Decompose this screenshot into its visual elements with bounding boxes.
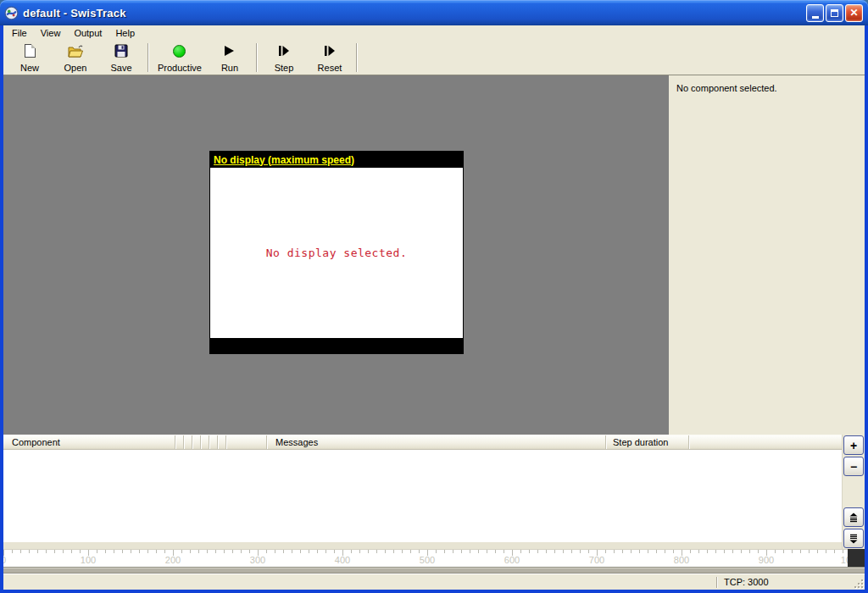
component-list-hscroll[interactable]	[3, 542, 842, 549]
column-header-blank	[218, 435, 226, 449]
column-header-blank	[209, 435, 218, 449]
productive-button-label: Productive	[158, 63, 202, 73]
ruler-label: 1000	[841, 555, 848, 565]
ruler-label: 200	[165, 555, 181, 565]
component-list-header: Component Messages Step duration	[3, 435, 842, 450]
close-button[interactable]: ✕	[845, 4, 863, 22]
display-message: No display selected.	[266, 247, 408, 259]
productive-button[interactable]: Productive	[153, 41, 207, 75]
display-header: No display (maximum speed)	[210, 152, 463, 168]
app-icon	[4, 6, 19, 20]
step-button-label: Step	[275, 63, 294, 73]
reset-button[interactable]: Reset	[307, 41, 353, 75]
open-button[interactable]: Open	[53, 41, 98, 75]
move-up-icon	[849, 513, 859, 523]
column-header-filler	[689, 435, 842, 449]
menu-file[interactable]: File	[5, 27, 34, 39]
column-header-blank	[184, 435, 192, 449]
save-button-label: Save	[110, 63, 131, 73]
menubar: File View Output Help	[3, 25, 865, 41]
open-button-label: Open	[64, 63, 87, 73]
display-canvas: No display (maximum speed) No display se…	[3, 75, 669, 435]
horizontal-scrollbar[interactable]	[3, 567, 865, 574]
column-header-messages[interactable]: Messages	[267, 435, 606, 449]
green-circle-icon	[173, 45, 186, 58]
ruler-label: 800	[674, 555, 689, 565]
display-mode-link[interactable]: No display (maximum speed)	[214, 154, 354, 166]
new-document-icon	[25, 44, 36, 58]
ruler-row: 0 100 200 300 400 500 600 700 800 900 10…	[3, 549, 865, 567]
maximize-icon	[831, 9, 838, 17]
open-folder-icon	[68, 43, 84, 58]
ruler-label: 600	[504, 555, 520, 565]
column-header-blank	[175, 435, 184, 449]
save-button[interactable]: Save	[98, 41, 144, 75]
column-header-component[interactable]: Component	[3, 435, 175, 449]
ruler-label: 500	[420, 555, 435, 565]
component-list[interactable]	[3, 450, 842, 542]
display-body: No display selected.	[210, 168, 463, 338]
move-up-button[interactable]	[843, 507, 864, 527]
column-header-component-label: Component	[3, 437, 60, 447]
toolbar-separator	[147, 43, 149, 72]
ruler-label: 700	[589, 555, 604, 565]
ruler-corner	[848, 549, 865, 567]
move-down-button[interactable]	[843, 529, 864, 548]
column-header-blank	[226, 435, 267, 449]
column-header-messages-label: Messages	[267, 437, 318, 447]
minimize-icon	[812, 16, 819, 19]
remove-component-button[interactable]: −	[843, 457, 864, 476]
component-list-panel: Component Messages Step duration	[3, 435, 865, 549]
ruler-label: 400	[335, 555, 350, 565]
new-button[interactable]: New	[7, 41, 53, 75]
save-floppy-icon	[114, 43, 128, 58]
column-header-step-duration[interactable]: Step duration	[606, 435, 689, 449]
step-forward-icon	[277, 43, 290, 58]
list-controls: + −	[842, 435, 865, 549]
close-icon: ✕	[849, 8, 858, 18]
step-forward-icon	[323, 43, 336, 58]
menu-help[interactable]: Help	[108, 27, 142, 39]
titlebar[interactable]: default - SwisTrack ✕	[0, 0, 868, 25]
column-header-blank	[192, 435, 201, 449]
minimize-button[interactable]	[806, 4, 824, 22]
maximize-button[interactable]	[826, 4, 843, 22]
column-header-step-duration-label: Step duration	[606, 437, 668, 447]
timeline-ruler[interactable]: 0 100 200 300 400 500 600 700 800 900 10…	[3, 549, 848, 567]
column-header-blank	[201, 435, 209, 449]
tcp-status: TCP: 3000	[724, 577, 769, 587]
inspector-message: No component selected.	[676, 83, 777, 93]
toolbar-separator	[356, 43, 358, 72]
toolbar-separator	[256, 43, 258, 72]
play-icon	[225, 46, 234, 56]
status-bar: TCP: 3000	[3, 574, 865, 590]
display-panel: No display (maximum speed) No display se…	[209, 151, 464, 354]
app-window: default - SwisTrack ✕ File View Output H…	[0, 0, 868, 593]
reset-button-label: Reset	[318, 63, 342, 73]
step-button[interactable]: Step	[261, 41, 307, 75]
ruler-label: 300	[250, 555, 265, 565]
resize-grip[interactable]	[852, 577, 865, 590]
display-footer	[210, 338, 463, 353]
window-title: default - SwisTrack	[23, 7, 806, 19]
run-button[interactable]: Run	[207, 41, 253, 75]
ruler-label: 0	[3, 555, 6, 565]
ruler-label: 900	[759, 555, 774, 565]
toolbar: New Open	[3, 41, 865, 75]
run-button-label: Run	[221, 63, 238, 73]
new-button-label: New	[20, 63, 39, 73]
component-inspector-panel: No component selected.	[669, 75, 865, 435]
tcp-status-pane: TCP: 3000	[718, 577, 852, 587]
ruler-label: 100	[81, 555, 96, 565]
menu-view[interactable]: View	[34, 27, 68, 39]
menu-output[interactable]: Output	[67, 27, 108, 39]
move-down-icon	[849, 534, 859, 544]
add-component-button[interactable]: +	[843, 435, 864, 455]
